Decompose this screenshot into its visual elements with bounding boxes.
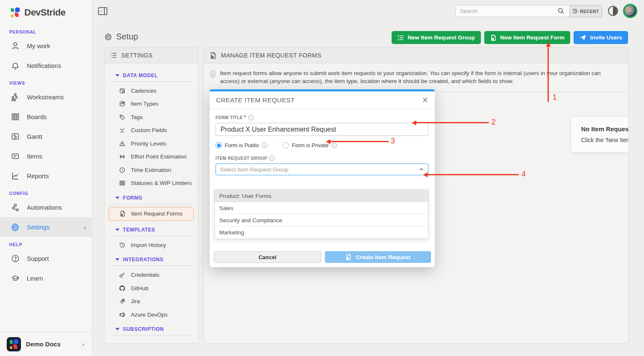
settings-item-time-estimation[interactable]: Time Estimation: [104, 164, 198, 177]
option-sales[interactable]: Sales: [215, 202, 428, 214]
button-label: New Item Request Form: [500, 34, 565, 41]
sidebar-item-support[interactable]: Support: [0, 249, 92, 268]
arrowhead-up: [546, 42, 551, 47]
settings-item-label: Credentials: [131, 272, 159, 278]
item-request-group-select[interactable]: Select Item Request Group: [216, 164, 428, 175]
sidebar-item-label: Gantt: [27, 133, 42, 140]
required-asterisk: *: [244, 114, 246, 120]
button-label: New Item Request Group: [408, 34, 475, 41]
search-icon[interactable]: [558, 8, 564, 14]
settings-item-azure-devops[interactable]: Azure DevOps: [104, 308, 198, 322]
form-title-input[interactable]: [216, 123, 428, 136]
empty-state-title: No Item Request Forms Yet: [581, 125, 629, 133]
modal-title: CREATE ITEM REQUEST: [216, 96, 295, 104]
search-input[interactable]: [455, 5, 569, 17]
annotation-arrow-4: [427, 174, 519, 175]
settings-item-github[interactable]: GitHub: [104, 282, 198, 295]
settings-item-item-types[interactable]: Item Types: [104, 97, 198, 111]
settings-item-credentials[interactable]: Credentials: [104, 268, 198, 282]
create-item-request-button[interactable]: Create Item Request: [325, 251, 431, 263]
settings-section-integrations[interactable]: INTEGRATIONS: [104, 252, 198, 265]
option-security-and-compliance[interactable]: Security and Compliance: [215, 214, 428, 226]
sidebar-item-label: Support: [27, 255, 49, 262]
annotation-number-4: 4: [522, 170, 526, 179]
settings-item-statuses-wip-limiters[interactable]: Statuses & WIP Limiters: [104, 177, 198, 190]
settings-item-priority-levels[interactable]: Priority Levels: [104, 137, 198, 151]
sidebar-item-gantt[interactable]: Gantt: [0, 127, 92, 146]
settings-item-effort-point-estimation[interactable]: Effort Point Estimation: [104, 150, 198, 164]
settings-item-tags[interactable]: Tags: [104, 111, 198, 124]
sidebar-item-label: Items: [27, 153, 42, 160]
settings-item-label: Effort Point Estimation: [131, 153, 187, 160]
settings-item-import-history[interactable]: Import History: [104, 239, 198, 252]
close-icon[interactable]: ✕: [422, 96, 428, 104]
form-plus-icon: [345, 254, 352, 260]
chevron-right-icon: ›: [84, 224, 86, 231]
sidebar-item-label: Automations: [27, 204, 62, 211]
sidebar-item-my-work[interactable]: My work: [0, 36, 92, 56]
info-icon: i: [248, 115, 254, 120]
brand[interactable]: DevStride: [0, 0, 92, 24]
sidebar-item-workstreams[interactable]: Workstreams: [0, 87, 92, 107]
theme-toggle-icon[interactable]: [608, 6, 618, 16]
triangle-down-icon: [115, 328, 119, 330]
sidebar-item-label: Boards: [27, 113, 47, 120]
settings-item-custom-fields[interactable]: Custom Fields: [104, 124, 198, 137]
settings-item-label: Time Estimation: [131, 167, 171, 173]
chevron-right-icon: ›: [82, 340, 84, 348]
sidebar-item-learn[interactable]: Learn: [0, 268, 92, 288]
create-item-request-modal: CREATE ITEM REQUEST ✕ FORM TITLE * i For…: [210, 89, 435, 267]
recent-button[interactable]: RECENT: [569, 5, 602, 17]
page-title-text: Setup: [116, 32, 138, 42]
sidebar-item-notifications[interactable]: Notifications: [0, 56, 92, 75]
warning-triangle-icon: [119, 140, 126, 147]
workspace-name: Demo Docs: [26, 340, 61, 348]
question-circle-icon: [10, 254, 20, 263]
sidebar-item-boards[interactable]: Boards: [0, 107, 92, 127]
new-item-request-form-button[interactable]: New Item Request Form: [484, 31, 571, 44]
settings-item-permissions[interactable]: Permissions: [104, 63, 198, 68]
workspace-switcher[interactable]: Demo Docs ›: [0, 332, 92, 356]
option-marketing[interactable]: Marketing: [215, 226, 428, 239]
settings-section-templates[interactable]: TEMPLATES: [104, 222, 198, 235]
form-private-radio[interactable]: [283, 142, 289, 148]
sidebar-item-items[interactable]: Items: [0, 146, 92, 166]
invite-users-button[interactable]: Invite Users: [574, 31, 628, 44]
form-public-radio[interactable]: [216, 142, 222, 148]
collapse-sidebar-button[interactable]: [98, 7, 107, 15]
sidebar-section-config: CONFIG: [0, 186, 92, 197]
search-group: RECENT: [455, 5, 602, 17]
cancel-button[interactable]: Cancel: [214, 251, 321, 263]
sidebar-item-settings[interactable]: Settings ›: [0, 217, 92, 237]
columns-icon: [119, 180, 126, 186]
select-placeholder: Select Item Request Group: [220, 166, 288, 173]
sidebar-item-label: Learn: [27, 275, 43, 282]
sidebar-section-personal: PERSONAL: [0, 24, 92, 36]
settings-section-subscription[interactable]: SUBSCRIPTION: [104, 321, 198, 334]
clock-icon: [119, 167, 126, 173]
arrowhead-left: [326, 139, 330, 144]
settings-item-item-request-forms[interactable]: Item Request Forms: [109, 207, 194, 221]
sidebar-item-reports[interactable]: Reports: [0, 166, 92, 186]
sidebar-item-label: My work: [27, 42, 50, 49]
settings-item-label: Cadences: [131, 88, 156, 94]
settings-item-label: Azure DevOps: [131, 312, 168, 318]
user-avatar[interactable]: [623, 4, 637, 18]
option-product-user-forms[interactable]: Product: User Forms: [215, 190, 428, 202]
visibility-radio-row: Form is Public i Form is Private i: [216, 142, 429, 148]
divider: [110, 265, 192, 266]
settings-item-jira[interactable]: Jira: [104, 295, 198, 308]
sidebar-section-views: VIEWS: [0, 75, 92, 87]
settings-panel-header: SETTINGS: [104, 48, 198, 63]
sidebar: DevStride PERSONAL My work Notifications…: [0, 0, 92, 356]
sidebar-item-label: Reports: [27, 172, 49, 179]
boards-icon: [10, 112, 20, 121]
history-clock-icon: [572, 8, 578, 14]
settings-section-data-model[interactable]: DATA MODEL: [104, 68, 198, 81]
sidebar-item-automations[interactable]: Automations: [0, 197, 92, 217]
new-item-request-group-button[interactable]: New Item Request Group: [392, 31, 481, 44]
settings-item-cadences[interactable]: Cadences: [104, 84, 198, 98]
settings-section-forms[interactable]: FORMS: [104, 190, 198, 203]
automations-icon: [10, 203, 20, 212]
annotation-arrow-2: [416, 122, 489, 123]
